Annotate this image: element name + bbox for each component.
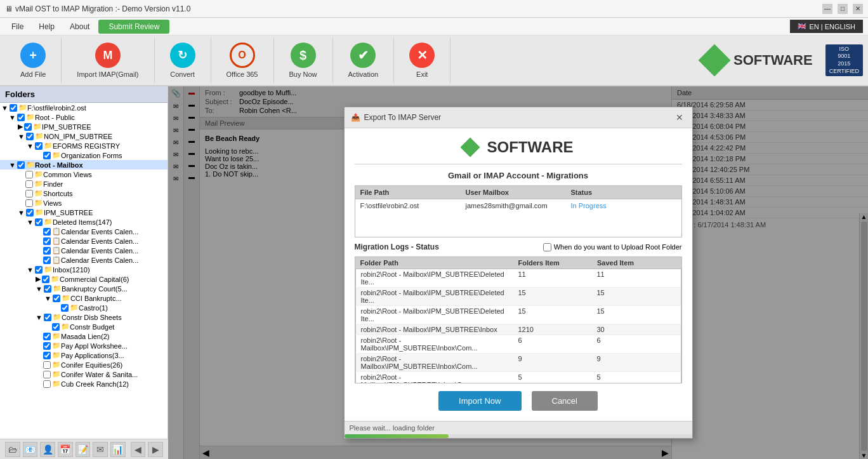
chart-btn[interactable]: 📊 bbox=[110, 442, 126, 457]
tree-checkbox[interactable] bbox=[25, 199, 33, 207]
tree-item-non-ipm[interactable]: ▼ 📁 NON_IPM_SUBTREE bbox=[0, 131, 168, 141]
flag-icon: 🇬🇧 bbox=[798, 22, 806, 30]
tree-checkbox[interactable] bbox=[43, 247, 51, 255]
tree-item-cal3[interactable]: 📋 Calendar Events Calen... bbox=[0, 246, 168, 255]
folder-icon: 📋 bbox=[52, 237, 61, 245]
expand-icon: ▼ bbox=[9, 114, 16, 121]
tree-item-ipm-subtree-2[interactable]: ▼ 📁 IPM_SUBTREE bbox=[0, 208, 168, 217]
exit-button[interactable]: ✕ Exit bbox=[394, 37, 450, 83]
import-imap-button[interactable]: M Import IMAP(Gmail) bbox=[62, 37, 154, 83]
tree-checkbox[interactable] bbox=[25, 180, 33, 188]
tree-item-views[interactable]: 📁 Views bbox=[0, 198, 168, 208]
expand-icon: ▼ bbox=[9, 161, 16, 169]
progress-bar-fill bbox=[345, 434, 449, 438]
tree-checkbox[interactable] bbox=[35, 218, 43, 226]
tree-item-ost[interactable]: ▼ 📁 F:\ostfile\robin2.ost bbox=[0, 103, 168, 112]
tree-checkbox[interactable] bbox=[52, 323, 60, 331]
maximize-button[interactable]: □ bbox=[838, 4, 848, 14]
tree-item-castro[interactable]: 📁 Castro(1) bbox=[0, 303, 168, 312]
tree-checkbox[interactable] bbox=[17, 114, 25, 121]
tree-checkbox[interactable] bbox=[43, 380, 51, 388]
tree-item-constr-disb[interactable]: ▼ 📁 Constr Disb Sheets bbox=[0, 312, 168, 322]
office365-button[interactable]: O Office 365 bbox=[211, 37, 274, 83]
contact-btn[interactable]: 👤 bbox=[40, 442, 55, 457]
modal-close-button[interactable]: ✕ bbox=[673, 111, 686, 124]
upload-root-checkbox[interactable] bbox=[543, 243, 551, 251]
tree-checkbox[interactable] bbox=[26, 209, 34, 216]
log-row: robin2\Root - Mailbox\IPM_SUBTREE\Delete… bbox=[355, 269, 681, 288]
tree-item-constr-budget[interactable]: 📁 Constr Budget bbox=[0, 322, 168, 331]
tree-checkbox[interactable] bbox=[43, 371, 51, 378]
tree-checkbox[interactable] bbox=[43, 152, 51, 159]
email-btn[interactable]: 📧 bbox=[23, 442, 38, 457]
nav-right[interactable]: ▶ bbox=[148, 442, 163, 457]
tree-checkbox[interactable] bbox=[53, 295, 60, 302]
tree-item-shortcuts[interactable]: 📁 Shortcuts bbox=[0, 189, 168, 198]
close-button[interactable]: ✕ bbox=[853, 4, 863, 14]
folder-icon: 📋 bbox=[52, 256, 61, 264]
tree-checkbox[interactable] bbox=[26, 133, 34, 140]
tree-item-eforms[interactable]: ▼ 📁 EFORMS REGISTRY bbox=[0, 141, 168, 150]
tree-item-root-public[interactable]: ▼ 📁 Root - Public bbox=[0, 112, 168, 122]
import-now-button[interactable]: Import Now bbox=[438, 391, 521, 411]
tree-item-commercial[interactable]: ▶ 📁 Commercial Capital(6) bbox=[0, 274, 168, 284]
tree-checkbox[interactable] bbox=[35, 142, 43, 150]
nav-left[interactable]: ◀ bbox=[131, 442, 146, 457]
tree-checkbox[interactable] bbox=[61, 304, 69, 312]
tree-checkbox[interactable] bbox=[44, 314, 51, 321]
tree-checkbox[interactable] bbox=[35, 266, 43, 274]
menu-help[interactable]: Help bbox=[32, 20, 61, 33]
tree-item-common-views[interactable]: 📁 Common Views bbox=[0, 170, 168, 179]
tree-checkbox[interactable] bbox=[43, 237, 51, 245]
tree-item-cal4[interactable]: 📋 Calendar Events Calen... bbox=[0, 255, 168, 265]
tree-item-deleted-items[interactable]: ▼ 📁 Deleted Items(147) bbox=[0, 217, 168, 227]
menu-file[interactable]: File bbox=[5, 20, 30, 33]
tree-item-conifer-water[interactable]: 📁 Conifer Water & Sanita... bbox=[0, 369, 168, 379]
tree-item-masada[interactable]: 📁 Masada Lien(2) bbox=[0, 331, 168, 341]
folder-icon: 📁 bbox=[34, 180, 43, 188]
tree-item-cal2[interactable]: 📋 Calendar Events Calen... bbox=[0, 236, 168, 246]
tree-item-root-mailbox[interactable]: ▼ 📁 Root - Mailbox bbox=[0, 160, 168, 170]
tree-item-ipm-subtree-1[interactable]: ▶ 📁 IPM_SUBTREE bbox=[0, 122, 168, 131]
log-col-saved-item: Saved Item bbox=[597, 259, 676, 267]
tree-checkbox[interactable] bbox=[42, 276, 49, 283]
minimize-button[interactable]: — bbox=[822, 4, 832, 14]
folder-btn[interactable]: 🗁 bbox=[5, 442, 20, 457]
tree-checkbox[interactable] bbox=[43, 333, 51, 340]
tree-checkbox[interactable] bbox=[43, 361, 51, 369]
tree-item-cci[interactable]: ▼ 📁 CCI Bankruptc... bbox=[0, 293, 168, 303]
buy-now-button[interactable]: $ Buy Now bbox=[274, 37, 333, 83]
tree-checkbox[interactable] bbox=[43, 342, 51, 350]
tree-checkbox[interactable] bbox=[43, 256, 51, 264]
convert-button[interactable]: ↻ Convert bbox=[155, 37, 211, 83]
add-file-button[interactable]: + Add File bbox=[5, 37, 62, 83]
tree-item-cal1[interactable]: 📋 Calendar Events Calen... bbox=[0, 227, 168, 236]
tree-item-conifer-eq[interactable]: 📁 Conifer Equities(26) bbox=[0, 360, 168, 369]
tree-item-cub-creek[interactable]: 📁 Cub Creek Ranch(12) bbox=[0, 379, 168, 389]
expand-icon: ▼ bbox=[36, 285, 43, 293]
language-selector[interactable]: 🇬🇧 EN | ENGLISH bbox=[790, 20, 863, 33]
tree-item-pay-appl[interactable]: 📁 Pay Appl Workshee... bbox=[0, 341, 168, 350]
tree-checkbox[interactable] bbox=[44, 285, 51, 293]
submit-review-button[interactable]: Submit Review bbox=[98, 20, 169, 34]
progress-bar bbox=[345, 434, 692, 438]
tree-checkbox[interactable] bbox=[43, 228, 51, 236]
activation-button[interactable]: ✔ Activation bbox=[333, 37, 395, 83]
tree-checkbox[interactable] bbox=[10, 104, 17, 112]
tree-item-org-forms[interactable]: 📁 Organization Forms bbox=[0, 150, 168, 160]
tree-item-finder[interactable]: 📁 Finder bbox=[0, 179, 168, 189]
tree-checkbox[interactable] bbox=[17, 161, 25, 169]
tree-item-bankruptcy[interactable]: ▼ 📁 Bankruptcy Court(5... bbox=[0, 284, 168, 293]
tree-checkbox[interactable] bbox=[25, 171, 33, 178]
tree-item-inbox[interactable]: ▼ 📁 Inbox(1210) bbox=[0, 265, 168, 274]
calendar-btn[interactable]: 📅 bbox=[58, 442, 73, 457]
tree-item-pay-apps[interactable]: 📁 Pay Applications(3... bbox=[0, 350, 168, 360]
tree-checkbox[interactable] bbox=[25, 190, 33, 197]
tree-checkbox[interactable] bbox=[24, 123, 32, 131]
cancel-button[interactable]: Cancel bbox=[532, 391, 598, 411]
tree-checkbox[interactable] bbox=[43, 352, 51, 359]
note-btn[interactable]: 📝 bbox=[76, 442, 91, 457]
folder-icon: 📁 bbox=[52, 361, 61, 369]
menu-about[interactable]: About bbox=[63, 20, 96, 33]
mail2-btn[interactable]: ✉ bbox=[93, 442, 108, 457]
